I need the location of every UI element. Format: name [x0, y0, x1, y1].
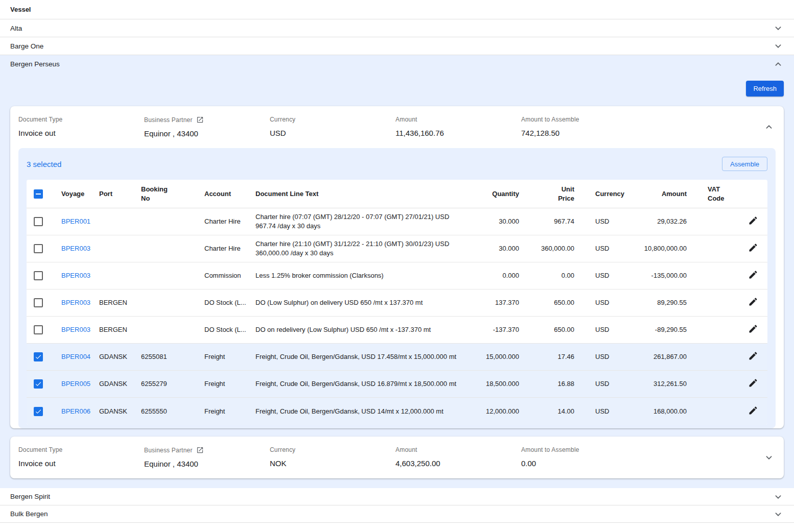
- amount-to-assemble-value: 0.00: [521, 459, 647, 468]
- voyage-link[interactable]: BPER001: [61, 217, 90, 225]
- selected-count: 3 selected: [27, 160, 61, 168]
- row-checkbox[interactable]: [34, 217, 43, 226]
- vessel-label: Alta: [10, 25, 22, 32]
- edit-icon[interactable]: [748, 378, 760, 390]
- booking-no-cell: [141, 219, 204, 225]
- quantity-cell: 15,000.000: [476, 349, 523, 365]
- edit-icon[interactable]: [748, 270, 760, 282]
- currency-cell: USD: [578, 295, 623, 310]
- row-checkbox[interactable]: [34, 407, 43, 416]
- voyage-link[interactable]: BPER003: [61, 326, 90, 333]
- document-card-usd: Document Type Invoice out Business Partn…: [10, 106, 784, 428]
- voyage-link[interactable]: BPER003: [61, 245, 90, 252]
- vat-code-cell: [691, 273, 737, 279]
- row-checkbox[interactable]: [34, 298, 43, 307]
- chevron-down-icon[interactable]: [773, 509, 784, 520]
- booking-no-cell: [141, 246, 204, 252]
- business-partner-value: Equinor , 43400: [144, 129, 270, 138]
- chevron-down-icon[interactable]: [773, 22, 784, 34]
- voyage-link[interactable]: BPER006: [61, 407, 90, 415]
- quantity-cell: 18,500.000: [476, 376, 523, 392]
- edit-icon[interactable]: [748, 297, 760, 309]
- external-link-icon[interactable]: [196, 446, 204, 454]
- amount-cell: 89,290.55: [623, 295, 691, 310]
- account-cell: DO Stock (L...: [204, 295, 255, 310]
- unit-price-cell: 17.46: [523, 349, 578, 365]
- row-checkbox[interactable]: [34, 271, 43, 280]
- table-row: BPER003 Commission Less 1.25% broker com…: [27, 262, 767, 289]
- vessel-accordion-bergen-perseus-header[interactable]: Bergen Perseus: [0, 55, 794, 73]
- selection-bar: 3 selected Assemble: [27, 148, 767, 180]
- column-header-currency: Currency: [578, 186, 623, 202]
- row-checkbox[interactable]: [34, 244, 43, 253]
- voyage-link[interactable]: BPER004: [61, 353, 90, 360]
- select-all-checkbox[interactable]: [34, 189, 43, 199]
- amount-value: 11,436,160.76: [395, 129, 521, 137]
- amount-value: 4,603,250.00: [395, 459, 521, 468]
- voyage-link[interactable]: BPER003: [61, 299, 90, 306]
- quantity-cell: 30.000: [476, 214, 523, 229]
- amount-label: Amount: [395, 446, 521, 453]
- account-cell: DO Stock (L...: [204, 322, 255, 337]
- vessel-accordion-bulk-bergen[interactable]: Bulk Bergen: [0, 505, 794, 523]
- vessel-accordion-barge-one[interactable]: Barge One: [0, 37, 794, 55]
- chevron-down-icon[interactable]: [773, 40, 784, 52]
- document-card-nok: Document Type Invoice out Business Partn…: [10, 437, 784, 478]
- edit-icon[interactable]: [748, 215, 760, 228]
- expand-card-chevron-down-icon[interactable]: [763, 452, 775, 463]
- account-cell: Commission: [204, 268, 255, 283]
- voyage-link[interactable]: BPER005: [61, 380, 90, 388]
- booking-no-cell: 6255550: [141, 404, 204, 419]
- vat-code-cell: [691, 354, 737, 360]
- booking-no-cell: [141, 327, 204, 333]
- port-cell: GDANSK: [99, 404, 141, 419]
- column-header-booking-no: Booking No: [141, 182, 204, 206]
- amount-cell: 261,867.00: [623, 349, 691, 365]
- document-line-text-cell: Freight, Crude Oil, Bergen/Gdansk, USD 1…: [255, 376, 476, 392]
- currency-label: Currency: [270, 116, 395, 123]
- field-amount-to-assemble: Amount to Assemble 742,128.50: [521, 116, 647, 137]
- currency-cell: USD: [578, 268, 623, 283]
- vessel-list-header: Vessel: [0, 0, 794, 19]
- amount-cell: 312,261.50: [623, 376, 691, 392]
- column-header-document-line-text: Document Line Text: [255, 186, 476, 202]
- column-header-port: Port: [99, 186, 141, 202]
- field-amount: Amount 11,436,160.76: [395, 116, 521, 137]
- vessel-accordion-alta[interactable]: Alta: [0, 19, 794, 37]
- vat-code-cell: [691, 246, 737, 252]
- field-document-type: Document Type Invoice out: [18, 116, 144, 137]
- row-checkbox[interactable]: [34, 325, 43, 334]
- row-checkbox[interactable]: [34, 379, 43, 389]
- chevron-up-icon[interactable]: [773, 59, 784, 70]
- table-header-row: Voyage Port Booking No Account Document …: [27, 180, 767, 208]
- refresh-button[interactable]: Refresh: [746, 81, 784, 96]
- quantity-cell: -137.370: [476, 322, 523, 337]
- row-checkbox[interactable]: [34, 352, 43, 361]
- edit-icon[interactable]: [748, 405, 760, 418]
- vat-code-cell: [691, 300, 737, 306]
- column-header-voyage: Voyage: [50, 186, 99, 202]
- collapse-card-chevron-up-icon[interactable]: [763, 122, 775, 133]
- edit-icon[interactable]: [748, 351, 760, 363]
- chevron-down-icon[interactable]: [773, 491, 784, 502]
- document-type-value: Invoice out: [18, 459, 144, 468]
- amount-cell: 168,000.00: [623, 404, 691, 419]
- edit-icon[interactable]: [748, 243, 760, 255]
- account-cell: Charter Hire: [204, 241, 255, 256]
- refresh-row: Refresh: [0, 73, 794, 106]
- assemble-button[interactable]: Assemble: [722, 157, 767, 171]
- document-lines-panel: 3 selected Assemble Voyage Port Booking …: [18, 148, 776, 428]
- edit-icon[interactable]: [748, 324, 760, 336]
- external-link-icon[interactable]: [196, 116, 204, 124]
- column-header-quantity: Quantity: [476, 186, 523, 202]
- account-cell: Charter Hire: [204, 214, 255, 229]
- account-cell: Freight: [204, 404, 255, 419]
- business-partner-label: Business Partner: [144, 447, 193, 454]
- amount-to-assemble-value: 742,128.50: [521, 129, 647, 137]
- table-row: BPER004 GDANSK 6255081 Freight Freight, …: [27, 344, 767, 371]
- document-line-text-cell: DO (Low Sulphur) on delivery USD 650 /mt…: [255, 295, 476, 310]
- document-line-text-cell: Freight, Crude Oil, Bergen/Gdansk, USD 1…: [255, 349, 476, 365]
- vat-code-cell: [691, 327, 737, 333]
- vessel-accordion-bergen-spirit[interactable]: Bergen Spirit: [0, 488, 794, 505]
- voyage-link[interactable]: BPER003: [61, 272, 90, 279]
